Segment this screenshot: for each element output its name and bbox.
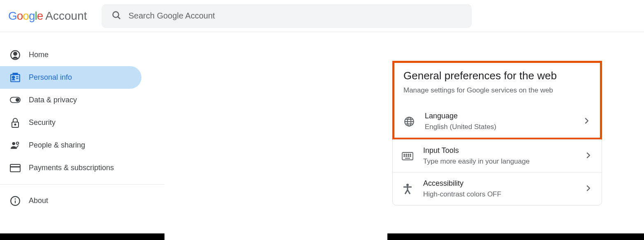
sidebar-item-about[interactable]: About — [0, 189, 141, 212]
svg-line-1 — [118, 16, 120, 19]
card-subtitle: Manage settings for Google services on t… — [403, 86, 591, 95]
sidebar-item-people-sharing[interactable]: People & sharing — [0, 134, 141, 157]
chevron-right-icon — [584, 184, 593, 194]
sidebar-item-label: Security — [29, 118, 56, 127]
account-label: Account — [45, 9, 87, 23]
pref-text: Input Tools Type more easily in your lan… — [423, 146, 584, 166]
svg-point-13 — [15, 124, 16, 125]
pref-title: Input Tools — [423, 146, 584, 155]
pref-title: Accessibility — [423, 179, 584, 188]
sidebar: Home Personal info — [0, 32, 164, 240]
svg-point-15 — [16, 142, 19, 144]
search-icon — [111, 10, 121, 22]
globe-icon — [403, 116, 415, 127]
sidebar-item-data-privacy[interactable]: Data & privacy — [0, 89, 141, 111]
people-icon — [10, 140, 21, 151]
svg-line-37 — [405, 190, 408, 194]
search-box[interactable] — [102, 4, 472, 28]
info-icon — [10, 196, 21, 206]
pref-title: Language — [425, 112, 582, 120]
chevron-right-icon — [584, 151, 593, 162]
pref-desc: High-contrast colors OFF — [423, 190, 584, 198]
accessibility-icon — [402, 183, 413, 195]
id-card-icon — [10, 72, 21, 83]
search-input[interactable] — [129, 11, 462, 21]
svg-point-0 — [113, 12, 118, 17]
chevron-right-icon — [582, 116, 591, 127]
svg-rect-16 — [10, 164, 20, 172]
svg-point-27 — [408, 154, 409, 155]
svg-point-31 — [408, 156, 409, 157]
decoration — [387, 233, 644, 240]
sidebar-item-label: About — [29, 196, 48, 205]
svg-line-38 — [408, 190, 410, 194]
pref-text: Language English (United States) — [425, 112, 582, 131]
pref-row-accessibility[interactable]: Accessibility High-contrast colors OFF — [393, 172, 602, 205]
header: Google Account — [0, 0, 644, 32]
svg-rect-4 — [11, 74, 20, 81]
svg-point-25 — [404, 154, 405, 155]
toggle-icon — [10, 95, 21, 106]
svg-point-32 — [410, 156, 411, 157]
pref-text: Accessibility High-contrast colors OFF — [423, 179, 584, 198]
svg-rect-9 — [16, 73, 17, 74]
svg-point-34 — [406, 184, 409, 186]
keyboard-icon — [402, 150, 413, 162]
highlight-box: General preferences for the web Manage s… — [392, 61, 602, 140]
svg-point-30 — [406, 156, 407, 157]
svg-point-11 — [16, 98, 19, 101]
sidebar-divider — [0, 184, 164, 185]
sidebar-item-label: Data & privacy — [29, 96, 77, 104]
card-title: General preferences for the web — [403, 69, 591, 82]
main: General preferences for the web Manage s… — [164, 32, 644, 240]
pref-row-language[interactable]: Language English (United States) — [403, 106, 591, 132]
svg-point-26 — [406, 154, 407, 155]
svg-point-20 — [15, 198, 16, 199]
sidebar-item-payments[interactable]: Payments & subscriptions — [0, 157, 141, 179]
sidebar-item-label: Payments & subscriptions — [29, 164, 114, 172]
sidebar-item-security[interactable]: Security — [0, 111, 141, 134]
svg-point-5 — [12, 76, 14, 78]
pref-desc: English (United States) — [425, 123, 582, 131]
sidebar-item-home[interactable]: Home — [0, 44, 141, 66]
sidebar-item-label: People & sharing — [29, 141, 85, 150]
sidebar-item-label: Home — [29, 51, 49, 59]
card-icon — [10, 163, 21, 173]
svg-point-3 — [14, 52, 17, 55]
sidebar-item-label: Personal info — [29, 73, 72, 82]
pref-desc: Type more easily in your language — [423, 157, 584, 166]
preferences-card: General preferences for the web Manage s… — [392, 61, 602, 205]
svg-point-29 — [404, 156, 405, 157]
svg-point-28 — [410, 154, 411, 155]
content-area: Home Personal info — [0, 32, 644, 240]
pref-row-input-tools[interactable]: Input Tools Type more easily in your lan… — [393, 139, 602, 172]
lock-icon — [10, 118, 21, 128]
svg-point-14 — [12, 142, 15, 145]
user-circle-icon — [10, 50, 21, 60]
svg-rect-8 — [13, 73, 15, 74]
sidebar-item-personal-info[interactable]: Personal info — [0, 66, 141, 89]
logo[interactable]: Google Account — [8, 9, 87, 23]
decoration — [0, 233, 164, 240]
google-logo: Google — [8, 9, 43, 23]
